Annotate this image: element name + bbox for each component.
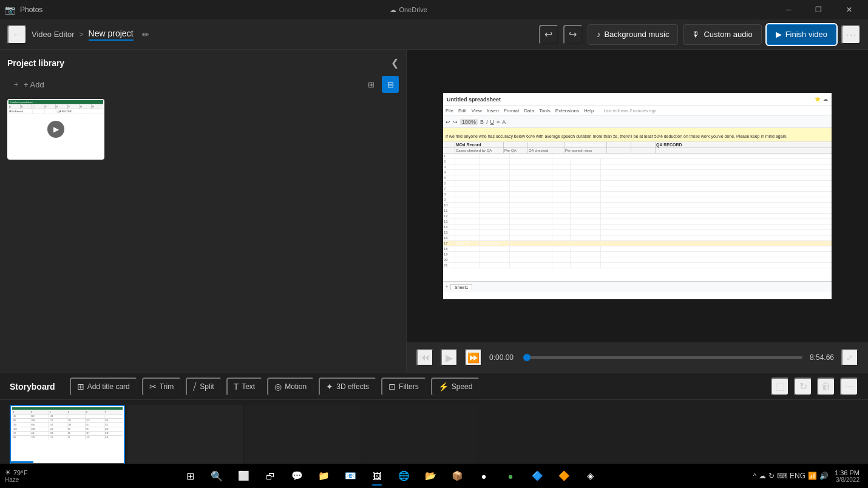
minimize-button[interactable]: ─	[775, 0, 802, 19]
video-progress-bar[interactable]	[527, 356, 802, 359]
split-button[interactable]: ⧸ Split	[186, 378, 221, 396]
menu-format[interactable]: Format	[504, 108, 519, 114]
total-duration: 8:54.66	[810, 353, 834, 362]
collapse-sidebar-button[interactable]: ❮	[391, 57, 399, 69]
edge-button[interactable]: 🌐	[392, 465, 416, 487]
speed-label: Speed	[452, 382, 473, 391]
background-music-button[interactable]: ♪ Background music	[588, 24, 678, 45]
photos-icon: 📷	[5, 5, 15, 15]
add-icon: ＋	[12, 79, 20, 90]
photos-taskbar-button[interactable]: 🖼	[365, 465, 389, 487]
text-button[interactable]: T Text	[226, 378, 263, 396]
motion-button[interactable]: ◎ Motion	[267, 378, 314, 396]
keyboard-icon[interactable]: ⌨	[777, 472, 787, 480]
more-icon: ⋯	[846, 28, 856, 41]
play-overlay: ▶	[47, 121, 64, 138]
restore-button[interactable]: ❐	[805, 0, 833, 19]
dropbox-button[interactable]: 📦	[445, 465, 469, 487]
back-button[interactable]: ←	[7, 25, 27, 44]
app-button-1[interactable]: 🔷	[525, 465, 549, 487]
mail-button[interactable]: 📧	[338, 465, 362, 487]
menu-view[interactable]: View	[472, 108, 482, 114]
app-button-2[interactable]: 🔶	[552, 465, 576, 487]
project-item[interactable]: Untitled spreadsheet A B C D E F G H MOd…	[7, 99, 104, 160]
fast-forward-button[interactable]: ⏩	[465, 349, 482, 366]
background-music-label: Background music	[604, 30, 669, 39]
current-time: 0:00.00	[489, 353, 520, 362]
project-items: Untitled spreadsheet A B C D E F G H MOd…	[7, 99, 399, 160]
finish-video-button[interactable]: ▶ Finish video	[767, 24, 836, 45]
onedrive-tray-icon[interactable]: ☁	[759, 472, 766, 480]
sheet-sub-headers: Cases checked by QA Per QA QA checked Pe…	[443, 148, 832, 154]
app-button-3[interactable]: ◈	[578, 465, 603, 487]
volume-icon[interactable]: 🔊	[819, 472, 829, 480]
show-hidden-icons[interactable]: ^	[753, 472, 756, 480]
widgets-button[interactable]: 🗗	[258, 465, 282, 487]
video-controls: ⏮ ▶ ⏩ 0:00.00 8:54.66 ⤢	[407, 342, 868, 373]
resize-button[interactable]: ⬚	[771, 378, 789, 396]
taskbar-app-icons: ⊞ 🔍 ⬜ 🗗 💬 📁 📧 🖼 🌐 📂 📦 ● ● 🔷 🔶 ◈	[32, 465, 748, 487]
taskbar-weather[interactable]: ☀ 79°F Haze	[0, 469, 32, 483]
fullscreen-icon: ⤢	[846, 353, 853, 362]
menu-extensions[interactable]: Extensions	[555, 108, 579, 114]
preview-area: Untitled spreadsheet ⭐ ☁ File Edit View …	[407, 50, 868, 373]
menu-edit[interactable]: Edit	[458, 108, 467, 114]
sync-tray-icon[interactable]: ↻	[768, 472, 775, 480]
taskbar: ☀ 79°F Haze ⊞ 🔍 ⬜ 🗗 💬 📁 📧 🖼 🌐 📂 📦 ● ● 🔷 …	[0, 464, 868, 488]
system-clock[interactable]: 1:36 PM 3/8/2022	[831, 469, 863, 483]
explorer-button[interactable]: 📁	[311, 465, 336, 487]
split-label: Split	[200, 382, 214, 391]
notice-bar: If we find anyone who has accuracy below…	[443, 128, 832, 142]
play-button[interactable]: ▶	[441, 349, 458, 366]
close-button[interactable]: ✕	[835, 0, 863, 19]
start-button[interactable]: ⊞	[178, 465, 202, 487]
task-view-button[interactable]: ⬜	[231, 465, 256, 487]
app-bar: ← Video Editor > New project ✏ ↩ ↪ ♪ Bac…	[0, 19, 868, 50]
redo-button[interactable]: ↪	[563, 25, 583, 44]
undo-icon: ↩	[544, 29, 552, 40]
menu-help[interactable]: Help	[584, 108, 594, 114]
language-icon[interactable]: ENG	[790, 472, 805, 480]
trim-button[interactable]: ✂ Trim	[142, 378, 181, 396]
storyboard-more-button[interactable]: ⋯	[840, 378, 858, 396]
sheet-tab[interactable]: Sheet1	[450, 284, 472, 290]
chrome-button-1[interactable]: ●	[472, 465, 496, 487]
breadcrumb-sep: >	[80, 30, 84, 39]
fullscreen-button[interactable]: ⤢	[841, 349, 858, 366]
add-media-button[interactable]: ＋ + Add	[7, 76, 49, 92]
project-library-title: Project library	[7, 58, 64, 68]
custom-audio-button[interactable]: 🎙 Custom audio	[683, 24, 761, 45]
weather-description: Haze	[5, 476, 19, 483]
skip-back-button[interactable]: ⏮	[416, 349, 433, 366]
search-button[interactable]: 🔍	[205, 465, 229, 487]
filters-button[interactable]: ⊡ Filters	[381, 378, 426, 396]
chrome-button-2[interactable]: ●	[498, 465, 523, 487]
add-title-card-button[interactable]: ⊞ Add title card	[70, 378, 137, 396]
view-list-button[interactable]: ⊟	[382, 76, 399, 93]
network-icon[interactable]: 📶	[808, 472, 817, 480]
edit-project-name-icon[interactable]: ✏	[142, 30, 149, 39]
3d-effects-button[interactable]: ✦ 3D effects	[319, 378, 376, 396]
menu-insert[interactable]: Insert	[487, 108, 499, 114]
menu-file[interactable]: File	[446, 108, 453, 114]
menu-data[interactable]: Data	[524, 108, 534, 114]
main-content: Project library ❮ ＋ + Add ⊞ ⊟ Untitled s…	[0, 50, 868, 373]
storyboard-title: Storyboard	[10, 382, 55, 391]
more-options-button[interactable]: ⋯	[841, 25, 861, 44]
chat-button[interactable]: 💬	[285, 465, 309, 487]
motion-label: Motion	[285, 382, 307, 391]
rotate-button[interactable]: ↻	[794, 378, 812, 396]
spreadsheet-display: Untitled spreadsheet ⭐ ☁ File Edit View …	[443, 93, 832, 299]
music-icon: ♪	[597, 30, 601, 39]
speed-button[interactable]: ⚡ Speed	[431, 378, 480, 396]
view-grid-button[interactable]: ⊞	[362, 76, 379, 93]
project-name[interactable]: New project	[89, 29, 134, 41]
spreadsheet-data: 1136220 18421.619301471 28691804.012.210…	[443, 154, 832, 281]
undo-button[interactable]: ↩	[539, 25, 558, 44]
clock-time: 1:36 PM	[835, 469, 860, 476]
files-button[interactable]: 📂	[418, 465, 442, 487]
rotate-icon: ↻	[799, 381, 807, 392]
delete-button[interactable]: 🗑	[817, 378, 835, 396]
menu-tools[interactable]: Tools	[539, 108, 551, 114]
title-bar-app-name: Photos	[20, 5, 42, 14]
